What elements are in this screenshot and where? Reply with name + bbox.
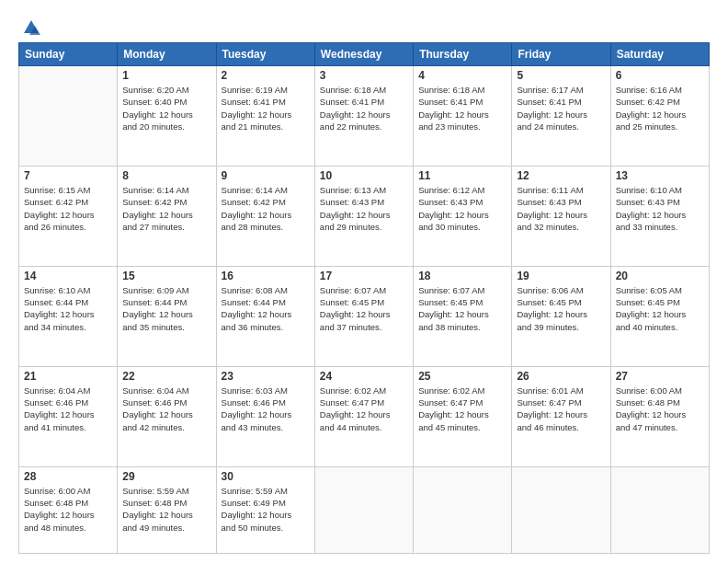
day-info: Sunrise: 6:18 AM Sunset: 6:41 PM Dayligh… (320, 84, 408, 132)
day-info: Sunrise: 6:02 AM Sunset: 6:47 PM Dayligh… (320, 385, 408, 433)
calendar-day-cell: 21Sunrise: 6:04 AM Sunset: 6:46 PM Dayli… (19, 366, 118, 466)
day-number: 1 (122, 69, 210, 82)
calendar-day-cell: 2Sunrise: 6:19 AM Sunset: 6:41 PM Daylig… (216, 66, 314, 167)
day-info: Sunrise: 6:13 AM Sunset: 6:43 PM Dayligh… (320, 184, 408, 233)
day-info: Sunrise: 6:05 AM Sunset: 6:45 PM Dayligh… (616, 284, 704, 333)
day-info: Sunrise: 6:06 AM Sunset: 6:45 PM Dayligh… (517, 284, 605, 333)
day-number: 22 (122, 370, 210, 383)
day-number: 26 (517, 370, 605, 383)
calendar-day-cell: 27Sunrise: 6:00 AM Sunset: 6:48 PM Dayli… (610, 366, 709, 466)
calendar-day-cell: 7Sunrise: 6:15 AM Sunset: 6:42 PM Daylig… (19, 166, 118, 266)
day-info: Sunrise: 6:14 AM Sunset: 6:42 PM Dayligh… (222, 184, 310, 233)
calendar-day-cell: 6Sunrise: 6:16 AM Sunset: 6:42 PM Daylig… (610, 66, 709, 167)
calendar-week-row: 1Sunrise: 6:20 AM Sunset: 6:40 PM Daylig… (19, 66, 710, 167)
day-info: Sunrise: 6:10 AM Sunset: 6:43 PM Dayligh… (616, 184, 704, 233)
day-number: 5 (517, 69, 605, 82)
calendar-day-cell: 5Sunrise: 6:17 AM Sunset: 6:41 PM Daylig… (512, 66, 610, 167)
calendar-week-row: 21Sunrise: 6:04 AM Sunset: 6:46 PM Dayli… (19, 366, 710, 466)
day-number: 4 (418, 69, 506, 82)
calendar-day-cell (414, 466, 512, 553)
day-info: Sunrise: 6:12 AM Sunset: 6:43 PM Dayligh… (418, 184, 506, 233)
day-number: 15 (122, 270, 210, 282)
day-number: 3 (320, 69, 408, 82)
day-info: Sunrise: 5:59 AM Sunset: 6:49 PM Dayligh… (222, 485, 310, 534)
calendar-day-cell: 1Sunrise: 6:20 AM Sunset: 6:40 PM Daylig… (118, 66, 216, 167)
day-number: 27 (616, 370, 704, 383)
day-info: Sunrise: 6:19 AM Sunset: 6:41 PM Dayligh… (222, 84, 310, 132)
calendar-day-cell: 19Sunrise: 6:06 AM Sunset: 6:45 PM Dayli… (512, 266, 610, 366)
day-number: 16 (222, 270, 310, 282)
day-info: Sunrise: 6:17 AM Sunset: 6:41 PM Dayligh… (517, 84, 605, 132)
calendar-day-cell: 18Sunrise: 6:07 AM Sunset: 6:45 PM Dayli… (414, 266, 512, 366)
day-number: 20 (616, 270, 704, 282)
calendar-day-cell: 24Sunrise: 6:02 AM Sunset: 6:47 PM Dayli… (314, 366, 413, 466)
day-number: 14 (24, 270, 112, 282)
day-info: Sunrise: 6:18 AM Sunset: 6:41 PM Dayligh… (418, 84, 506, 132)
calendar-day-cell: 30Sunrise: 5:59 AM Sunset: 6:49 PM Dayli… (216, 466, 314, 553)
calendar-day-cell: 29Sunrise: 5:59 AM Sunset: 6:48 PM Dayli… (118, 466, 216, 553)
day-number: 9 (222, 169, 310, 182)
calendar-week-row: 28Sunrise: 6:00 AM Sunset: 6:48 PM Dayli… (19, 466, 710, 553)
day-info: Sunrise: 6:04 AM Sunset: 6:46 PM Dayligh… (24, 385, 112, 433)
day-info: Sunrise: 6:11 AM Sunset: 6:43 PM Dayligh… (517, 184, 605, 233)
day-number: 13 (616, 169, 704, 182)
calendar-day-cell: 28Sunrise: 6:00 AM Sunset: 6:48 PM Dayli… (19, 466, 118, 553)
header (18, 18, 710, 33)
calendar-day-cell: 3Sunrise: 6:18 AM Sunset: 6:41 PM Daylig… (314, 66, 413, 167)
weekday-header-wednesday: Wednesday (314, 43, 413, 66)
calendar-day-cell (19, 66, 118, 167)
day-number: 17 (320, 270, 408, 282)
calendar-day-cell (512, 466, 610, 553)
calendar-day-cell: 25Sunrise: 6:02 AM Sunset: 6:47 PM Dayli… (414, 366, 512, 466)
day-number: 19 (517, 270, 605, 282)
day-info: Sunrise: 6:02 AM Sunset: 6:47 PM Dayligh… (418, 385, 506, 433)
calendar-week-row: 7Sunrise: 6:15 AM Sunset: 6:42 PM Daylig… (19, 166, 710, 266)
day-number: 18 (418, 270, 506, 282)
calendar-day-cell: 10Sunrise: 6:13 AM Sunset: 6:43 PM Dayli… (314, 166, 413, 266)
calendar-day-cell: 8Sunrise: 6:14 AM Sunset: 6:42 PM Daylig… (118, 166, 216, 266)
day-number: 21 (24, 370, 112, 383)
page: SundayMondayTuesdayWednesdayThursdayFrid… (0, 0, 728, 563)
calendar-day-cell (314, 466, 413, 553)
day-number: 30 (222, 470, 310, 483)
day-number: 6 (616, 69, 704, 82)
calendar-day-cell: 12Sunrise: 6:11 AM Sunset: 6:43 PM Dayli… (512, 166, 610, 266)
day-info: Sunrise: 6:14 AM Sunset: 6:42 PM Dayligh… (122, 184, 210, 233)
calendar-week-row: 14Sunrise: 6:10 AM Sunset: 6:44 PM Dayli… (19, 266, 710, 366)
day-info: Sunrise: 6:10 AM Sunset: 6:44 PM Dayligh… (24, 284, 112, 333)
calendar-day-cell: 20Sunrise: 6:05 AM Sunset: 6:45 PM Dayli… (610, 266, 709, 366)
calendar-day-cell: 26Sunrise: 6:01 AM Sunset: 6:47 PM Dayli… (512, 366, 610, 466)
day-number: 2 (222, 69, 310, 82)
day-number: 25 (418, 370, 506, 383)
day-info: Sunrise: 6:15 AM Sunset: 6:42 PM Dayligh… (24, 184, 112, 233)
day-number: 8 (122, 169, 210, 182)
calendar-day-cell: 11Sunrise: 6:12 AM Sunset: 6:43 PM Dayli… (414, 166, 512, 266)
day-info: Sunrise: 6:01 AM Sunset: 6:47 PM Dayligh… (517, 385, 605, 433)
logo (18, 18, 40, 33)
calendar-day-cell: 4Sunrise: 6:18 AM Sunset: 6:41 PM Daylig… (414, 66, 512, 167)
day-number: 28 (24, 470, 112, 483)
calendar-day-cell: 14Sunrise: 6:10 AM Sunset: 6:44 PM Dayli… (19, 266, 118, 366)
logo-icon (22, 18, 40, 37)
day-info: Sunrise: 6:16 AM Sunset: 6:42 PM Dayligh… (616, 84, 704, 132)
calendar-day-cell: 9Sunrise: 6:14 AM Sunset: 6:42 PM Daylig… (216, 166, 314, 266)
day-info: Sunrise: 6:08 AM Sunset: 6:44 PM Dayligh… (222, 284, 310, 333)
day-info: Sunrise: 6:07 AM Sunset: 6:45 PM Dayligh… (418, 284, 506, 333)
day-info: Sunrise: 6:20 AM Sunset: 6:40 PM Dayligh… (122, 84, 210, 132)
weekday-header-thursday: Thursday (414, 43, 512, 66)
calendar-table: SundayMondayTuesdayWednesdayThursdayFrid… (18, 42, 710, 554)
day-number: 24 (320, 370, 408, 383)
weekday-header-row: SundayMondayTuesdayWednesdayThursdayFrid… (19, 43, 710, 66)
day-info: Sunrise: 5:59 AM Sunset: 6:48 PM Dayligh… (122, 485, 210, 534)
day-info: Sunrise: 6:00 AM Sunset: 6:48 PM Dayligh… (24, 485, 112, 534)
day-info: Sunrise: 6:00 AM Sunset: 6:48 PM Dayligh… (616, 385, 704, 433)
day-number: 7 (24, 169, 112, 182)
calendar-day-cell: 15Sunrise: 6:09 AM Sunset: 6:44 PM Dayli… (118, 266, 216, 366)
day-number: 12 (517, 169, 605, 182)
day-number: 10 (320, 169, 408, 182)
day-number: 23 (222, 370, 310, 383)
weekday-header-sunday: Sunday (19, 43, 118, 66)
calendar-day-cell: 13Sunrise: 6:10 AM Sunset: 6:43 PM Dayli… (610, 166, 709, 266)
day-info: Sunrise: 6:04 AM Sunset: 6:46 PM Dayligh… (122, 385, 210, 433)
calendar-day-cell: 16Sunrise: 6:08 AM Sunset: 6:44 PM Dayli… (216, 266, 314, 366)
